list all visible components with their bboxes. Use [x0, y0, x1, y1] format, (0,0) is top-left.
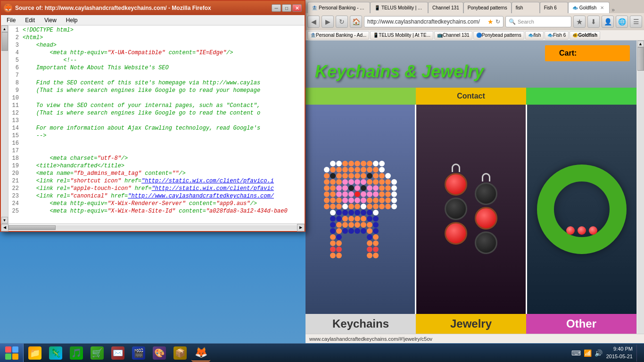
tab-fish6[interactable]: Fish 6	[540, 2, 568, 13]
taskbar-folder[interactable]: 📦	[171, 345, 190, 362]
menu-file[interactable]: File	[3, 16, 19, 25]
tab-ponybead[interactable]: Ponybead patterns	[463, 2, 512, 13]
label-jewelry[interactable]: Jewelry	[416, 314, 526, 334]
status-bar: www.caylashandcraftedkeychains.com/#!jew…	[305, 334, 644, 343]
tab-goldfish[interactable]: 🐟 Goldfish ✕	[568, 2, 610, 13]
source-hscroll: ◀ ▶	[1, 223, 305, 231]
window-controls: ─ □ ✕	[272, 4, 302, 12]
bk-favicon-5: 🐟	[528, 33, 534, 38]
cart-area: Cart:	[545, 45, 630, 61]
tab-personal-banking[interactable]: 🏦 Personal Banking - Ad...	[307, 2, 370, 13]
site-navigation: Contact	[305, 88, 636, 105]
bookmark-channel[interactable]: 📺 Channel 131	[434, 31, 472, 40]
hscroll-right[interactable]: ▶	[297, 224, 305, 231]
source-view-window: 🦊 Source of: http://www.caylashandcrafte…	[0, 0, 305, 232]
label-jewelry-text: Jewelry	[450, 317, 492, 330]
source-scroll-thumb[interactable]	[1, 32, 8, 51]
menu-help[interactable]: Help	[62, 16, 82, 25]
bookmark-telus[interactable]: 📱 TELUS Mobility | At TE...	[370, 31, 433, 40]
globe-icon[interactable]: 🌐	[616, 16, 628, 28]
more-tabs-btn[interactable]: »	[610, 7, 617, 13]
code-line-10: 10	[8, 94, 305, 102]
product-keychains[interactable]	[305, 105, 416, 314]
code-line-15: 15 -->	[8, 132, 305, 140]
tab-goldfish-close[interactable]: ✕	[599, 5, 605, 11]
hscroll-left[interactable]: ◀	[1, 224, 8, 231]
minimize-button[interactable]: ─	[272, 4, 281, 12]
desktop: 🏦 Personal Banking - Ad... 📱 TELUS Mobil…	[0, 0, 644, 362]
nav-contact[interactable]: Contact	[416, 88, 526, 105]
source-scroll-track[interactable]	[1, 32, 8, 217]
tab-fish[interactable]: fish	[512, 2, 540, 13]
hscroll-track[interactable]	[8, 225, 297, 230]
home-button[interactable]: 🏠	[350, 16, 362, 28]
file-explorer-icon: 📁	[28, 346, 41, 360]
source-scroll-up[interactable]: ▲	[1, 25, 8, 32]
label-other[interactable]: Other	[526, 314, 636, 334]
scroll-up-btn[interactable]: ▲	[637, 41, 644, 47]
tab-telus[interactable]: 📱 TELUS Mobility | At TE...	[370, 2, 428, 13]
product-other[interactable]	[527, 105, 636, 314]
forward-button[interactable]: ▶	[322, 16, 334, 28]
url-bar[interactable]: http://www.caylashandcraftedkeychains.co…	[364, 16, 504, 27]
menu-icon[interactable]: ☰	[630, 16, 642, 28]
taskbar-firefox[interactable]: 🦊	[191, 345, 210, 362]
bead-grid	[324, 161, 397, 258]
label-keychains[interactable]: Keychains	[305, 314, 416, 334]
label-keychains-text: Keychains	[332, 317, 389, 330]
taskbar-apps: 📁 🦎 🎵 🛒 ✉️ 🎬 🎨	[24, 345, 567, 362]
bookmark-fish6[interactable]: 🐟 Fish 6	[545, 31, 569, 40]
taskbar-app-store[interactable]: 🛒	[88, 345, 107, 362]
photo-icon: 🎨	[153, 346, 166, 360]
close-button[interactable]: ✕	[292, 4, 302, 12]
nav-home[interactable]	[305, 88, 416, 105]
code-line-11: 11 To view the SEO content of your inter…	[8, 102, 305, 109]
network-icon: 📶	[584, 349, 592, 357]
menu-view[interactable]: View	[41, 16, 60, 25]
tab-favicon-personal: 🏦	[312, 5, 317, 10]
tab-channel131[interactable]: Channel 131	[428, 2, 463, 13]
reload-icon[interactable]: ↻	[495, 18, 500, 25]
cart-button[interactable]: Cart:	[545, 45, 630, 61]
code-line-16: 16	[8, 140, 305, 147]
source-titlebar: 🦊 Source of: http://www.caylashandcrafte…	[1, 1, 305, 15]
earrings-display	[440, 159, 502, 260]
taskbar-mail[interactable]: ✉️	[108, 345, 127, 362]
menu-edit[interactable]: Edit	[21, 16, 39, 25]
nav-other[interactable]	[526, 88, 636, 105]
bookmark-personal-banking[interactable]: 🏦 Personal Banking - Ad...	[307, 31, 369, 40]
taskbar-file-explorer[interactable]: 📁	[25, 345, 44, 362]
keyboard-icon: ⌨	[571, 349, 581, 357]
taskbar-ie[interactable]: 🦎	[46, 345, 65, 362]
search-icon: 🔍	[509, 18, 516, 25]
hscroll-thumb[interactable]	[8, 225, 56, 230]
bookmark-goldfish[interactable]: 🐠 Goldfish	[570, 31, 600, 40]
bk-favicon-3: 📺	[437, 33, 443, 38]
source-vscroll: ▲ ▼	[1, 25, 8, 223]
search-bar[interactable]: 🔍 Search	[505, 16, 571, 27]
downloads-icon[interactable]: ⬇	[587, 16, 600, 28]
bookmark-fish[interactable]: 🐟 fish	[525, 31, 544, 40]
bookmark-icon[interactable]: ★	[573, 16, 586, 28]
bookmark-ponybead[interactable]: 🔵 Ponybead patterns	[473, 31, 524, 40]
back-button[interactable]: ◀	[307, 16, 320, 28]
reload-button[interactable]: ↻	[336, 16, 348, 28]
source-menu-bar: File Edit View Help	[1, 15, 305, 25]
sync-icon[interactable]: 👤	[602, 16, 614, 28]
show-desktop-btn[interactable]	[636, 345, 639, 362]
code-line-21: 21 <link rel="shortcut icon" href="http:…	[8, 177, 305, 185]
source-scroll-down[interactable]: ▼	[1, 217, 8, 223]
scroll-thumb[interactable]	[637, 47, 644, 71]
code-line-20: 20 <meta name="fb_admins_meta_tag" conte…	[8, 170, 305, 177]
code-line-17: 17	[8, 147, 305, 155]
cart-label: Cart:	[559, 49, 577, 57]
taskbar-app-winamp[interactable]: 🎵	[67, 345, 86, 362]
scroll-track[interactable]	[637, 47, 644, 337]
start-button[interactable]	[0, 344, 24, 362]
maximize-button[interactable]: □	[282, 4, 291, 12]
mail-icon: ✉️	[111, 346, 124, 360]
taskbar-video[interactable]: 🎬	[129, 345, 148, 362]
product-jewelry[interactable]	[416, 105, 527, 314]
taskbar-photo[interactable]: 🎨	[150, 345, 169, 362]
bookmark-star[interactable]: ★	[487, 18, 494, 25]
